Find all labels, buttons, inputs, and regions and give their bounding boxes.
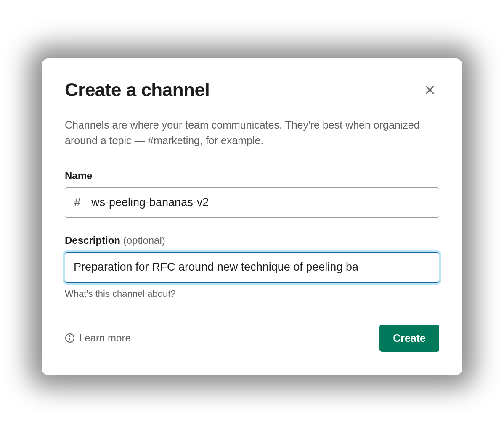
close-icon bbox=[424, 84, 436, 96]
channel-description-input[interactable] bbox=[65, 252, 439, 283]
description-input-wrapper bbox=[65, 252, 439, 283]
channel-name-input[interactable] bbox=[65, 187, 439, 218]
svg-point-4 bbox=[70, 336, 70, 336]
name-label: Name bbox=[65, 170, 439, 182]
description-hint: What's this channel about? bbox=[65, 288, 439, 299]
name-field-group: Name # bbox=[65, 170, 439, 218]
learn-more-text: Learn more bbox=[79, 332, 131, 344]
description-label: Description (optional) bbox=[65, 235, 439, 246]
create-button[interactable]: Create bbox=[379, 325, 439, 352]
learn-more-link[interactable]: Learn more bbox=[65, 332, 131, 344]
close-button[interactable] bbox=[421, 81, 439, 99]
info-icon bbox=[65, 333, 75, 343]
modal-description: Channels are where your team communicate… bbox=[65, 117, 439, 149]
description-label-text: Description bbox=[65, 235, 120, 246]
modal-footer: Learn more Create bbox=[65, 325, 439, 352]
description-field-group: Description (optional) What's this chann… bbox=[65, 235, 439, 299]
create-channel-modal: Create a channel Channels are where your… bbox=[42, 58, 462, 375]
modal-header: Create a channel bbox=[65, 79, 439, 100]
modal-title: Create a channel bbox=[65, 79, 210, 100]
name-input-wrapper: # bbox=[65, 187, 439, 218]
description-optional-text: (optional) bbox=[123, 235, 165, 246]
